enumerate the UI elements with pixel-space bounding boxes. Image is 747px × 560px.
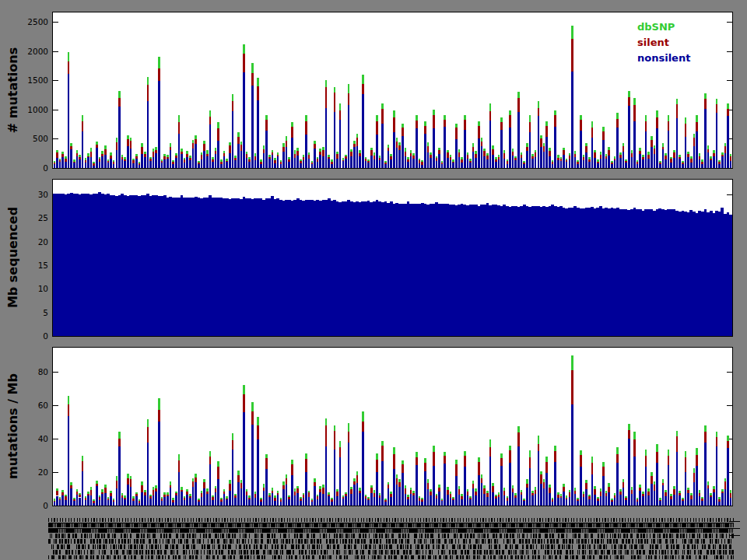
bars-layer bbox=[53, 180, 732, 336]
tick-marks bbox=[53, 372, 732, 506]
y-tick-label: 5 bbox=[16, 307, 48, 318]
tick-marks bbox=[53, 22, 732, 168]
y-axis-label-mutation-rate: mutations / Mb bbox=[5, 373, 20, 479]
y-tick-label: 1000 bbox=[16, 104, 48, 115]
y-tick-label: 0 bbox=[16, 500, 48, 511]
series-nonsilent bbox=[54, 72, 732, 168]
y-tick-label: 20 bbox=[16, 236, 48, 247]
series-nonsilent bbox=[54, 404, 732, 506]
bars-layer bbox=[53, 12, 732, 168]
y-tick-label: 2000 bbox=[16, 46, 48, 57]
y-tick-label: 40 bbox=[16, 433, 48, 444]
figure: { "colors":{"background":"#808080","plot… bbox=[0, 0, 747, 560]
y-tick-label: 20 bbox=[16, 467, 48, 478]
y-tick-label: 15 bbox=[16, 260, 48, 271]
panel-mb-sequenced bbox=[52, 179, 733, 337]
y-tick-label: 1500 bbox=[16, 75, 48, 86]
series-dbsnp bbox=[54, 26, 732, 163]
sample-label-row bbox=[48, 555, 734, 559]
y-tick-label: 0 bbox=[16, 163, 48, 173]
sample-label-row bbox=[48, 534, 734, 538]
sample-label-row bbox=[48, 544, 734, 549]
sample-labels-band bbox=[48, 518, 734, 560]
sample-label-row bbox=[48, 518, 734, 522]
y-axis-label-mutations: # mutations bbox=[5, 47, 20, 134]
panel-mutation-rate bbox=[52, 347, 733, 506]
label-row-line bbox=[729, 528, 740, 529]
series-silent bbox=[54, 370, 732, 503]
legend-item-silent: silent bbox=[637, 37, 669, 48]
sample-label-row bbox=[48, 539, 734, 544]
y-tick-label: 0 bbox=[16, 331, 48, 341]
legend-item-dbsnp: dbSNP bbox=[637, 21, 675, 33]
y-tick-label: 30 bbox=[16, 189, 48, 200]
series-silent bbox=[54, 39, 732, 165]
y-tick-label: 25 bbox=[16, 212, 48, 223]
series-dbsnp bbox=[54, 355, 732, 501]
panel-mutations bbox=[52, 12, 733, 169]
sample-label-row bbox=[48, 528, 734, 533]
sample-label-row bbox=[48, 523, 734, 527]
bars-layer bbox=[53, 348, 732, 506]
sample-label-row bbox=[48, 550, 734, 555]
label-row-line bbox=[729, 535, 740, 536]
y-tick-label: 80 bbox=[16, 366, 48, 377]
series-mb bbox=[53, 192, 732, 336]
y-tick-label: 10 bbox=[16, 283, 48, 294]
y-tick-label: 500 bbox=[16, 133, 48, 144]
y-tick-label: 2500 bbox=[16, 16, 48, 27]
label-row-line bbox=[729, 521, 740, 522]
y-tick-label: 60 bbox=[16, 400, 48, 411]
legend-item-nonsilent: nonsilent bbox=[637, 52, 690, 64]
